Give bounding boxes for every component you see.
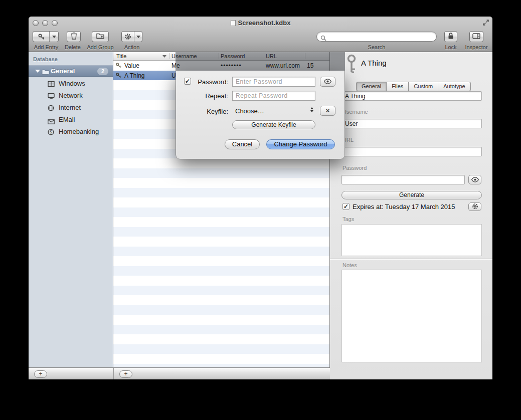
inspector-panel-icon bbox=[472, 32, 480, 41]
entry-title: Value bbox=[124, 62, 139, 69]
cancel-button[interactable]: Cancel bbox=[225, 139, 260, 149]
change-password-sheet: ✓ Password: Repeat: Keyfile: Choose… × G… bbox=[176, 71, 345, 159]
tab-files[interactable]: Files bbox=[387, 82, 409, 91]
add-entry-plus-button[interactable]: + bbox=[119, 370, 132, 378]
fullscreen-icon[interactable] bbox=[482, 19, 489, 28]
envelope-icon bbox=[48, 117, 55, 126]
action-label: Action bbox=[117, 44, 147, 50]
add-group-plus-button[interactable]: + bbox=[34, 370, 47, 378]
sidebar-item-windows[interactable]: Windows bbox=[29, 78, 113, 90]
expires-settings-button[interactable] bbox=[468, 202, 481, 211]
disclosure-triangle-icon[interactable] bbox=[35, 70, 40, 73]
display-icon bbox=[48, 92, 55, 101]
sidebar-item-internet[interactable]: Internet bbox=[29, 102, 113, 114]
expires-checkbox[interactable]: ✓ bbox=[342, 203, 350, 210]
lock-button[interactable] bbox=[444, 31, 457, 42]
username-field[interactable] bbox=[341, 119, 482, 128]
tags-label: Tags bbox=[342, 216, 354, 222]
folder-icon bbox=[42, 68, 50, 77]
sidebar-item-email[interactable]: EMail bbox=[29, 114, 113, 126]
password-field[interactable] bbox=[341, 175, 465, 184]
action-dropdown[interactable] bbox=[134, 32, 142, 42]
sidebar-group-general[interactable]: General 2 bbox=[29, 65, 113, 77]
add-entry-button[interactable] bbox=[33, 31, 59, 42]
sort-arrow-icon bbox=[162, 55, 166, 58]
inspector-button[interactable] bbox=[469, 31, 483, 42]
notes-label: Notes bbox=[342, 262, 357, 268]
close-icon: × bbox=[326, 106, 330, 115]
repeat-password-field[interactable] bbox=[232, 91, 315, 101]
chevron-down-icon bbox=[52, 36, 56, 38]
window-panes-icon bbox=[48, 80, 55, 89]
app-window: Screenshot.kdbx Add Entry Delete Add Gro… bbox=[29, 17, 492, 379]
keyfile-popup[interactable]: Choose… bbox=[232, 106, 315, 116]
sidebar-section-header: Database bbox=[33, 56, 58, 62]
password-checkbox[interactable]: ✓ bbox=[184, 78, 191, 85]
change-password-button[interactable]: Change Password bbox=[266, 139, 335, 149]
gear-icon bbox=[122, 32, 134, 42]
sidebar: Database General 2 Windows Network Inter… bbox=[29, 52, 113, 367]
clear-keyfile-button[interactable]: × bbox=[320, 106, 335, 116]
globe-icon bbox=[48, 104, 54, 113]
reveal-password-button[interactable] bbox=[468, 175, 481, 184]
padlock-icon bbox=[448, 32, 454, 42]
search-field[interactable] bbox=[316, 32, 437, 42]
expires-label: Expires at: Tuesday 17 March 2015 bbox=[353, 203, 455, 211]
key-icon bbox=[116, 73, 121, 80]
reveal-sheet-password-button[interactable] bbox=[320, 77, 335, 87]
add-entry-dropdown[interactable] bbox=[50, 32, 58, 42]
generate-keyfile-button[interactable]: Generate Keyfile bbox=[232, 120, 315, 129]
key-icon bbox=[345, 54, 358, 76]
add-entry-label: Add Entry bbox=[31, 44, 61, 50]
sidebar-item-label: Homebanking bbox=[59, 128, 99, 135]
sheet-keyfile-label: Keyfile: bbox=[180, 108, 228, 115]
tab-autotype[interactable]: Autotype bbox=[438, 82, 470, 91]
column-header-title[interactable]: Title bbox=[116, 53, 126, 59]
notes-field[interactable] bbox=[341, 270, 482, 362]
sheet-shadow-overlay bbox=[176, 52, 345, 71]
url-field[interactable] bbox=[341, 147, 482, 156]
trash-icon bbox=[71, 32, 77, 42]
inspector-label: Inspector bbox=[461, 44, 491, 50]
search-input[interactable] bbox=[329, 33, 433, 41]
delete-label: Delete bbox=[58, 44, 88, 50]
gear-icon bbox=[472, 202, 478, 212]
key-icon bbox=[33, 32, 49, 42]
sheet-password-label: Password: bbox=[191, 78, 228, 86]
bottom-bar: + + bbox=[29, 367, 330, 379]
search-icon bbox=[320, 34, 326, 43]
folder-plus-icon bbox=[96, 32, 104, 41]
section-divider bbox=[330, 259, 492, 259]
sidebar-item-network[interactable]: Network bbox=[29, 90, 113, 102]
title-bar: Screenshot.kdbx Add Entry Delete Add Gro… bbox=[29, 17, 492, 52]
action-button[interactable] bbox=[121, 31, 142, 42]
username-label: Username bbox=[342, 109, 368, 115]
group-label: General bbox=[51, 67, 75, 75]
inspector-tabs: General Files Custom Autotype bbox=[356, 82, 471, 91]
search-label: Search bbox=[362, 44, 392, 50]
generate-password-button[interactable]: Generate bbox=[341, 191, 482, 199]
password-label: Password bbox=[342, 165, 367, 171]
tags-field[interactable] bbox=[341, 224, 482, 256]
delete-button[interactable] bbox=[67, 31, 81, 42]
svg-text:$: $ bbox=[50, 129, 52, 134]
add-group-label: Add Group bbox=[85, 44, 115, 50]
tab-general[interactable]: General bbox=[356, 82, 387, 91]
eye-icon bbox=[323, 77, 332, 86]
entry-title: A Thing bbox=[124, 72, 144, 79]
dollar-coin-icon: $ bbox=[48, 128, 54, 137]
eye-icon bbox=[471, 175, 479, 184]
inspector-panel: A Thing General Files Custom Autotype Us… bbox=[330, 52, 492, 379]
key-icon bbox=[116, 63, 121, 70]
add-group-button[interactable] bbox=[92, 31, 109, 42]
title-field[interactable] bbox=[341, 91, 482, 101]
sidebar-item-label: Network bbox=[59, 92, 83, 99]
chevron-down-icon bbox=[136, 36, 140, 38]
inspector-entry-title: A Thing bbox=[361, 59, 387, 67]
sidebar-item-label: Internet bbox=[59, 104, 81, 111]
tab-custom[interactable]: Custom bbox=[409, 82, 438, 91]
entry-count-badge: 2 bbox=[97, 68, 108, 75]
enter-password-field[interactable] bbox=[232, 77, 315, 87]
keyfile-popup-value: Choose… bbox=[235, 107, 264, 115]
sidebar-item-homebanking[interactable]: $ Homebanking bbox=[29, 126, 113, 138]
